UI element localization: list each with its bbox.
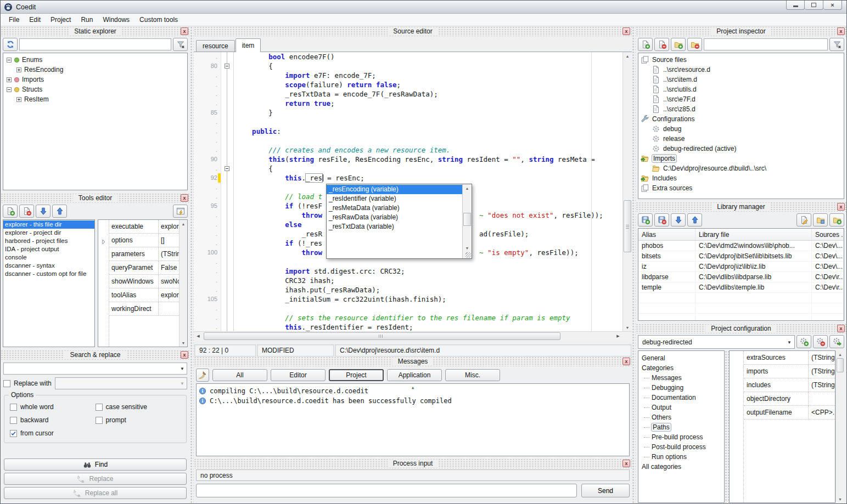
scroll-down-icon[interactable]: ▼ [836, 495, 844, 503]
scroll-up-icon[interactable]: ▲ [623, 52, 632, 60]
scroll-left-icon[interactable]: ◀ [194, 332, 203, 341]
property-value[interactable]: (TStringL [159, 247, 179, 261]
scroll-right-icon[interactable]: ▶ [614, 332, 622, 341]
edit-library-button[interactable] [796, 213, 811, 226]
scrollbar-thumb[interactable] [837, 358, 844, 372]
clear-filter-button[interactable] [173, 38, 188, 51]
remove-tool-button[interactable] [19, 205, 34, 218]
property-value[interactable]: (TStringL [809, 351, 835, 364]
expand-icon[interactable] [16, 97, 21, 102]
replace-with-checkbox[interactable] [3, 380, 10, 387]
remove-file-button[interactable] [654, 38, 669, 51]
close-panel-icon[interactable]: x [837, 27, 845, 35]
project-tree-item-debug-redirected-active[interactable]: debug-redirected (active) [638, 144, 844, 154]
scroll-down-icon[interactable]: ▼ [180, 339, 187, 347]
remove-configuration-button[interactable] [813, 335, 828, 348]
code-line[interactable]: . _resTxtData = encode_7F(_resRawData); [194, 89, 632, 99]
property-value[interactable]: explorer [159, 288, 179, 302]
config-category-documentation[interactable]: Documentation [638, 393, 724, 403]
from-cursor-checkbox[interactable] [10, 430, 17, 437]
add-file-button[interactable] [638, 38, 653, 51]
tool-item-dscanner-syntax[interactable]: dscanner - syntax [3, 262, 94, 270]
library-row-empty[interactable] [638, 303, 844, 314]
collapse-icon[interactable] [225, 64, 229, 69]
menu-item-run[interactable]: Run [76, 14, 98, 25]
messages-tab-misc[interactable]: Misc. [445, 369, 500, 381]
add-library-button[interactable] [638, 213, 653, 226]
scrollbar-thumb[interactable] [624, 200, 631, 252]
fold-gutter[interactable] [221, 61, 233, 71]
config-property-row-extrasources[interactable]: extraSources(TStringL [744, 351, 835, 365]
property-value[interactable]: (TStringL [809, 378, 835, 392]
code-line[interactable]: . // sets the resource identifier to the… [194, 313, 632, 322]
tool-item-dscanner-custom-opt-for-file[interactable]: dscanner - custom opt for file [3, 270, 94, 278]
code-line[interactable]: . [194, 304, 632, 313]
project-tree-item-includes[interactable]: Includes [638, 173, 844, 183]
completion-item-restxtdata-variable[interactable]: _resTxtData (variable) [327, 222, 462, 231]
scrollbar-thumb[interactable] [463, 213, 471, 226]
splitter[interactable] [725, 350, 729, 503]
case-sensitive-checkbox[interactable] [96, 404, 103, 411]
project-tree-item-imports[interactable]: Imports [638, 154, 844, 163]
find-button[interactable]: Find [4, 458, 187, 471]
replace-button[interactable]: baReplace [4, 473, 187, 485]
menu-item-custom-tools[interactable]: Custom tools [134, 14, 183, 25]
completion-item-resencoding-variable[interactable]: _resEncoding (variable) [327, 185, 462, 194]
symbol-filter-input[interactable] [19, 38, 171, 50]
table-header[interactable]: Alias Library file Sources ... [638, 229, 844, 241]
code-line[interactable]: . CRC32 ihash; [194, 276, 632, 285]
close-panel-icon[interactable]: x [181, 194, 188, 202]
backward-checkbox[interactable] [10, 417, 17, 424]
tool-item-ida-project-output[interactable]: IDA - project output [3, 245, 94, 253]
close-panel-icon[interactable]: x [837, 203, 845, 211]
move-library-down-button[interactable] [671, 213, 686, 226]
messages-tab-editor[interactable]: Editor [271, 369, 326, 381]
add-configuration-button[interactable] [796, 335, 811, 348]
menu-item-windows[interactable]: Windows [98, 14, 134, 25]
property-value[interactable]: False [159, 261, 179, 274]
property-row-options[interactable]: options[] [109, 234, 179, 247]
collapse-icon[interactable] [225, 166, 229, 171]
project-tree-item-configurations[interactable]: Configurations [638, 114, 844, 124]
project-tree-item-src-z85-d[interactable]: ..\src\z85.d [638, 104, 844, 114]
send-button[interactable]: Send [581, 484, 630, 497]
config-category-run-options[interactable]: Run options [638, 452, 724, 462]
config-category-debugging[interactable]: Debugging [638, 383, 724, 393]
config-category-others[interactable]: Others [638, 412, 724, 422]
library-row-libdparse[interactable]: libdparseC:\Dev\dlibs\libdparse.libC:\De… [638, 272, 844, 282]
code-line[interactable]: 92 this._res = resEnc; [194, 173, 632, 183]
editor-vscrollbar[interactable]: ▲ ▼ [622, 52, 632, 331]
messages-tab-application[interactable]: Application [387, 369, 442, 381]
library-row-empty[interactable] [638, 314, 844, 321]
code-line[interactable]: . /// creates and encodes a new resource… [194, 145, 632, 155]
replace-all-button[interactable]: baReplace all [4, 487, 187, 499]
whole-word-checkbox[interactable] [10, 404, 17, 411]
scroll-up-icon[interactable]: ▲ [180, 220, 187, 228]
config-category-output[interactable]: Output [638, 403, 724, 412]
minimize-button[interactable] [786, 1, 805, 10]
close-panel-icon[interactable]: x [622, 358, 630, 365]
tree-item-imports[interactable]: Imports [3, 75, 187, 84]
tree-item-resitem[interactable]: ResItem [3, 94, 187, 104]
property-value[interactable]: <CPP>..\ [809, 406, 835, 419]
close-panel-icon[interactable]: x [622, 460, 630, 467]
close-panel-icon[interactable]: x [181, 351, 188, 359]
move-library-up-button[interactable] [687, 213, 702, 226]
tree-item-enums[interactable]: Enums [3, 55, 187, 65]
tool-item-harbored-project-files[interactable]: harbored - project files [3, 237, 94, 245]
property-value[interactable]: [] [159, 234, 179, 247]
code-line[interactable]: . bool encodee7F() [194, 52, 632, 61]
code-line[interactable]: . import e7F: encode_7F; [194, 71, 632, 80]
library-row-bitsets[interactable]: bitsetsC:\Dev\dproj\bitSet\lib\bitsets.l… [638, 251, 844, 262]
maximize-button[interactable] [805, 1, 823, 10]
property-value[interactable]: swoNone [159, 275, 179, 288]
config-category-categories[interactable]: Categories [638, 363, 724, 373]
clear-messages-button[interactable] [196, 369, 209, 382]
fold-gutter[interactable] [221, 164, 233, 173]
code-line[interactable]: . [194, 136, 632, 145]
resize-grip[interactable] [465, 252, 471, 258]
popup-scrollbar[interactable]: ▲ ▼ [462, 184, 472, 258]
move-tool-up-button[interactable] [52, 205, 67, 218]
add-folder-button[interactable] [671, 38, 686, 51]
library-row-empty[interactable] [638, 293, 844, 303]
